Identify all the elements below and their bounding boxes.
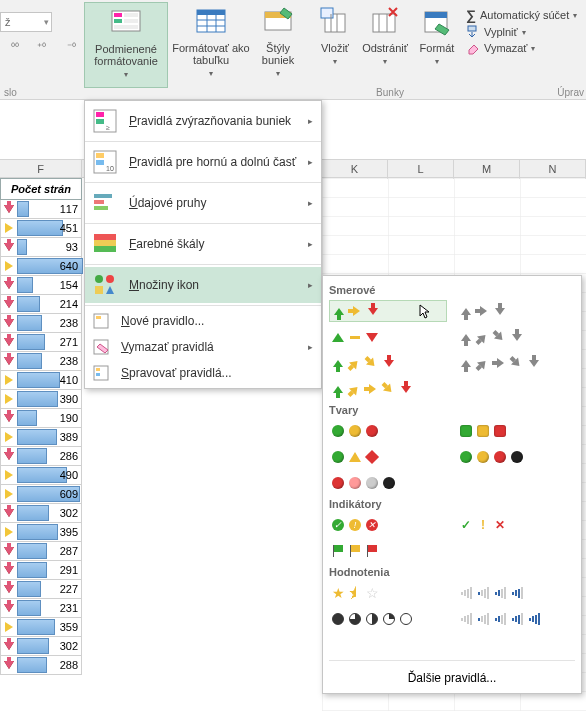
cell-styles-button[interactable]: Štýly buniek ▾ — [252, 2, 304, 80]
clear-rules-item[interactable]: Vymazať pravidlá ▸ — [85, 334, 321, 360]
data-cell[interactable]: 640 — [0, 257, 82, 276]
more-rules-item[interactable]: Ďalšie pravidlá... — [329, 665, 575, 689]
arrow-down-icon — [1, 543, 17, 559]
data-cell[interactable]: 288 — [0, 656, 82, 675]
name-box[interactable]: ž▾ — [0, 12, 52, 32]
data-cell[interactable]: 190 — [0, 409, 82, 428]
svg-rect-23 — [468, 26, 476, 31]
iconset-redtoblack[interactable] — [329, 472, 447, 494]
data-bars-item[interactable]: Údajové pruhy ▸ — [85, 185, 321, 221]
iconset-5boxes[interactable] — [329, 634, 447, 656]
new-rule-icon — [91, 311, 111, 331]
data-bar — [17, 353, 42, 369]
color-scales-item[interactable]: Farebné škály ▸ — [85, 226, 321, 262]
arrow-down-icon — [1, 448, 17, 464]
data-cell[interactable]: 302 — [0, 504, 82, 523]
data-cell[interactable]: 389 — [0, 428, 82, 447]
cell-value: 154 — [60, 279, 78, 291]
arrow-down-icon — [1, 600, 17, 616]
data-cell[interactable]: 238 — [0, 314, 82, 333]
data-bar — [17, 619, 55, 635]
data-cell[interactable]: 395 — [0, 523, 82, 542]
iconset-5arrows-colored[interactable] — [329, 378, 447, 400]
iconset-4arrows-gray[interactable] — [457, 326, 575, 348]
data-cell[interactable]: 287 — [0, 542, 82, 561]
icon-sets-item[interactable]: Množiny ikon ▸ — [85, 267, 321, 303]
iconset-5arrows-gray[interactable] — [457, 352, 575, 374]
insert-button[interactable]: Vložiť ▾ — [314, 2, 356, 68]
iconset-3stars[interactable]: ★⯨☆ — [329, 582, 447, 604]
data-cell[interactable]: 451 — [0, 219, 82, 238]
iconset-3arrows-gray[interactable] — [457, 300, 575, 322]
data-cell[interactable]: 93 — [0, 238, 82, 257]
cell-value: 451 — [60, 222, 78, 234]
data-bar — [17, 201, 29, 217]
svg-rect-7 — [197, 10, 225, 15]
iconset-3flags[interactable] — [329, 540, 447, 562]
iconset-3arrows-colored[interactable] — [329, 300, 447, 322]
svg-rect-18 — [373, 14, 395, 32]
iconset-3trafficlights-rimmed[interactable] — [457, 420, 575, 442]
icon-sets-label: Množiny ikon — [129, 278, 199, 292]
iconset-3signs[interactable] — [329, 446, 447, 468]
format-button[interactable]: Formát ▾ — [414, 2, 460, 68]
column-header-M[interactable]: M — [454, 160, 520, 179]
table-header-cell[interactable]: Počet strán — [0, 178, 82, 200]
data-cell[interactable]: 117 — [0, 200, 82, 219]
data-cell[interactable]: 609 — [0, 485, 82, 504]
iconset-5ratings-bars[interactable] — [457, 608, 575, 630]
autosum-button[interactable]: ∑ Automatický súčet ▾ — [462, 6, 584, 24]
arrow-right-icon — [1, 220, 17, 236]
number-format-btn[interactable]: ⁰⁰ — [0, 40, 30, 62]
column-header-K[interactable]: K — [322, 160, 388, 179]
column-header-L[interactable]: L — [388, 160, 454, 179]
column-f-data: Počet strán 1174519364015421423827123841… — [0, 178, 82, 675]
data-cell[interactable]: 231 — [0, 599, 82, 618]
conditional-formatting-button[interactable]: Podmienené formátovanie ▾ — [84, 2, 168, 88]
delete-button[interactable]: Odstrániť ▾ — [358, 2, 412, 68]
iconset-4ratings-bars[interactable] — [457, 582, 575, 604]
cell-value: 117 — [60, 203, 78, 215]
clear-button[interactable]: Vymazať ▾ — [462, 40, 584, 56]
cell-value: 190 — [60, 412, 78, 424]
iconset-3trafficlights-unrimmed[interactable] — [329, 420, 447, 442]
fill-button[interactable]: Vyplniť ▾ — [462, 24, 584, 40]
svg-rect-43 — [96, 316, 101, 319]
data-cell[interactable]: 154 — [0, 276, 82, 295]
iconset-4trafficlights[interactable] — [457, 446, 575, 468]
new-rule-item[interactable]: Nové pravidlo... — [85, 308, 321, 334]
format-as-table-button[interactable]: Formátovať ako tabuľku ▾ — [172, 2, 250, 80]
top-bottom-rules-item[interactable]: 10 Pravidlá pre hornú a dolnú časť ▸ — [85, 144, 321, 180]
cell-value: 214 — [60, 298, 78, 310]
data-cell[interactable]: 490 — [0, 466, 82, 485]
data-cell[interactable]: 390 — [0, 390, 82, 409]
data-cell[interactable]: 410 — [0, 371, 82, 390]
directional-heading: Smerové — [329, 284, 575, 296]
increase-decimal-btn[interactable]: ⁺⁰ — [36, 40, 60, 62]
iconset-5quarters[interactable] — [329, 608, 447, 630]
column-header-N[interactable]: N — [520, 160, 586, 179]
cells-group-caption: Bunky — [360, 87, 420, 98]
arrow-right-icon — [1, 391, 17, 407]
data-cell[interactable]: 227 — [0, 580, 82, 599]
iconset-4arrows-colored[interactable] — [329, 352, 447, 374]
data-bar — [17, 638, 49, 654]
column-header-F[interactable]: F — [0, 160, 82, 179]
iconset-3symbols-circled[interactable]: ✓!✕ — [329, 514, 447, 536]
data-cell[interactable]: 359 — [0, 618, 82, 637]
data-cell[interactable]: 238 — [0, 352, 82, 371]
icon-sets-icon — [91, 271, 119, 299]
data-cell[interactable]: 286 — [0, 447, 82, 466]
data-cell[interactable]: 214 — [0, 295, 82, 314]
highlight-cells-rules-item[interactable]: ≥ Pravidlá zvýrazňovania buniek ▸ — [85, 103, 321, 139]
data-cell[interactable]: 271 — [0, 333, 82, 352]
svg-point-39 — [95, 275, 103, 283]
manage-rules-item[interactable]: Spravovať pravidlá... — [85, 360, 321, 386]
data-cell[interactable]: 291 — [0, 561, 82, 580]
data-cell[interactable]: 302 — [0, 637, 82, 656]
iconset-3symbols-uncircled[interactable]: ✓!✕ — [457, 514, 575, 536]
iconset-3triangles[interactable] — [329, 326, 447, 348]
clear-rules-icon — [91, 337, 111, 357]
svg-rect-46 — [96, 368, 100, 371]
editing-group: ∑ Automatický súčet ▾ Vyplniť ▾ Vymazať … — [462, 6, 584, 56]
